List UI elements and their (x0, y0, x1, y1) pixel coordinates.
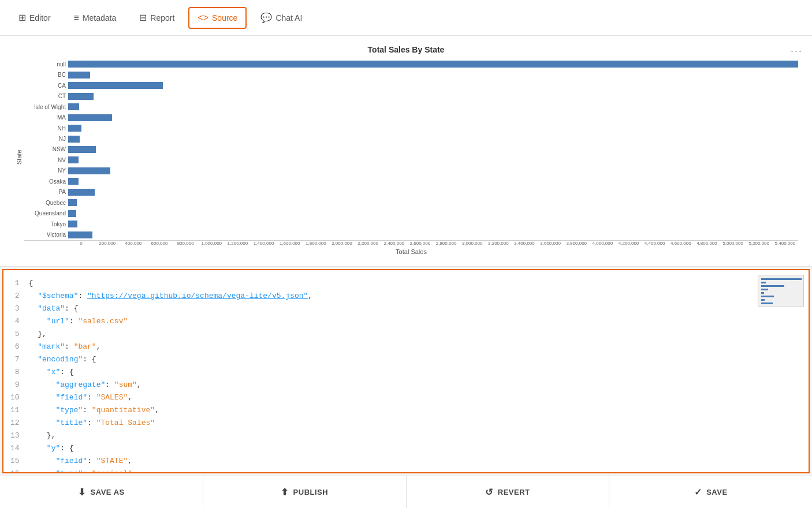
code-line: }, (29, 429, 802, 442)
svg-rect-1 (761, 282, 766, 283)
line-number: 9 (10, 379, 20, 391)
tab-editor[interactable]: ⊞ Editor (9, 6, 60, 29)
tab-metadata[interactable]: ≡ Metadata (65, 7, 126, 29)
save-as-button[interactable]: ⬇ SAVE AS (0, 476, 203, 508)
chart-thumbnail (758, 275, 804, 307)
svg-rect-6 (761, 299, 765, 301)
bar-wrapper (68, 93, 798, 100)
line-number: 15 (10, 455, 20, 468)
code-content[interactable]: { "$schema": "https://vega.github.io/sch… (24, 270, 809, 472)
publish-button[interactable]: ⬆ PUBLISH (203, 476, 407, 508)
tab-source[interactable]: <> Source (188, 7, 247, 29)
x-axis-tick-label: 3,800,000 (564, 241, 590, 246)
bar-wrapper (68, 114, 798, 121)
bar-row: Victoria (24, 230, 798, 240)
bar-wrapper (68, 178, 798, 185)
x-axis-tick-label: 3,400,000 (511, 241, 537, 246)
bar-row: NY (24, 166, 798, 175)
code-line: "aggregate": "sum", (29, 379, 802, 391)
tab-report[interactable]: ⊟ Report (130, 6, 184, 29)
save-as-icon: ⬇ (78, 487, 86, 498)
line-number: 6 (10, 341, 20, 353)
bar-wrapper (68, 82, 798, 89)
x-axis-tick-label: 2,200,000 (355, 241, 381, 246)
x-axis-tick-label: 1,400,000 (251, 241, 277, 246)
bar-row: Osaka (24, 177, 798, 186)
bar-row: Quebec (24, 198, 798, 207)
chart-more-button[interactable]: ··· (791, 45, 803, 57)
publish-icon: ⬆ (281, 487, 289, 498)
save-button[interactable]: ✓ SAVE (609, 476, 812, 508)
svg-rect-2 (761, 285, 784, 287)
bar-row: Tokyo (24, 219, 798, 229)
code-line: "field": "STATE", (29, 455, 802, 468)
x-axis-tick-label: 4,800,000 (694, 241, 720, 246)
bar-row: Queensland (24, 209, 798, 218)
revert-label: REVERT (498, 488, 530, 496)
code-line: "encoding": { (29, 353, 802, 366)
chart-container: State nullBCCACTIsle of WightMANHNJNSWNV… (14, 59, 798, 255)
code-line: { (29, 277, 802, 290)
code-line: "$schema": "https://vega.github.io/schem… (29, 290, 802, 302)
bar-row: null (24, 59, 798, 69)
bar-fill (68, 136, 80, 143)
bar-label: null (24, 61, 66, 68)
tab-chatai-label: Chat AI (275, 13, 302, 23)
bar-row: NJ (24, 135, 798, 144)
code-line: "title": "Total Sales" (29, 417, 802, 429)
bar-fill (68, 114, 112, 121)
bar-label: NY (24, 167, 66, 174)
x-axis-title: Total Sales (24, 248, 798, 255)
code-line: }, (29, 328, 802, 341)
bar-label: Osaka (24, 178, 66, 185)
tab-chatai[interactable]: 💬 Chat AI (251, 6, 311, 29)
bar-wrapper (68, 189, 798, 196)
code-editor[interactable]: 1234567891011121314151617 { "$schema": "… (3, 270, 809, 472)
bar-fill (68, 103, 79, 110)
bar-row: PA (24, 188, 798, 197)
bar-label: Isle of Wight (24, 104, 66, 110)
source-editor-area[interactable]: 1234567891011121314151617 { "$schema": "… (2, 269, 810, 473)
x-axis-tick-label: 600,000 (146, 241, 172, 246)
bar-row: CA (24, 81, 798, 90)
x-axis-tick-label: 1,000,000 (199, 241, 225, 246)
code-line: "type": "quantitative", (29, 404, 802, 417)
bar-label: NV (24, 157, 66, 163)
revert-icon: ↺ (485, 487, 493, 498)
bar-fill (68, 231, 92, 238)
bar-wrapper (68, 156, 798, 163)
code-line: "data": { (29, 302, 802, 315)
bar-label: BC (24, 72, 66, 78)
bar-label: PA (24, 189, 66, 195)
bar-label: MA (24, 114, 66, 121)
chart-title: Total Sales By State (14, 45, 798, 54)
bar-fill (68, 93, 94, 100)
bar-label: CA (24, 83, 66, 89)
bar-label: CT (24, 93, 66, 99)
code-line: "url": "sales.csv" (29, 315, 802, 328)
bars-area: nullBCCACTIsle of WightMANHNJNSWNVNYOsak… (24, 59, 798, 240)
source-icon: <> (198, 13, 208, 23)
bar-fill (68, 221, 77, 227)
bar-row: CT (24, 92, 798, 101)
x-axis-tick-label: 2,800,000 (433, 241, 459, 246)
svg-rect-5 (761, 296, 774, 297)
bar-row: NSW (24, 145, 798, 154)
bar-wrapper (68, 103, 798, 110)
bar-wrapper (68, 72, 798, 79)
bar-fill (68, 61, 798, 68)
bar-row: NV (24, 155, 798, 165)
line-number: 1 (10, 277, 20, 290)
svg-rect-4 (761, 292, 764, 294)
svg-rect-7 (761, 302, 773, 304)
code-line: "y": { (29, 442, 802, 455)
bar-fill (68, 82, 163, 89)
line-number: 4 (10, 315, 20, 328)
bar-row: NH (24, 124, 798, 133)
bar-wrapper (68, 61, 798, 68)
revert-button[interactable]: ↺ REVERT (407, 476, 610, 508)
x-axis: 0200,000400,000600,000800,0001,000,0001,… (24, 240, 798, 246)
code-line: "x": { (29, 366, 802, 379)
line-number: 5 (10, 328, 20, 341)
x-axis-tick-label: 4,600,000 (668, 241, 694, 246)
